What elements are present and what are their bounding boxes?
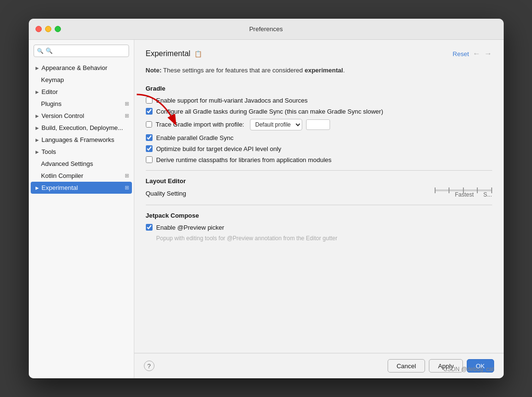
- quality-slider-track: [435, 189, 492, 191]
- close-button[interactable]: [35, 26, 42, 32]
- sidebar: 🔍 ▶ Appearance & Behavior Keymap ▶ Edito…: [29, 40, 134, 378]
- checkbox-row-configure-all: Configure all Gradle tasks during Gradle…: [146, 108, 492, 115]
- derive-runtime-checkbox[interactable]: [146, 156, 153, 163]
- gradle-section-title: Gradle: [146, 85, 492, 92]
- help-button[interactable]: ?: [144, 361, 154, 371]
- panel-header: Experimental 📋 Reset ← →: [146, 49, 492, 58]
- badge-icon: ⊞: [125, 113, 129, 119]
- trace-import-checkbox[interactable]: [146, 121, 152, 128]
- maximize-button[interactable]: [55, 26, 61, 32]
- slider-ticks: [435, 187, 492, 193]
- sidebar-item-label: Keymap: [41, 76, 64, 83]
- chevron-icon: ▶: [35, 66, 39, 70]
- multi-variant-checkbox[interactable]: [146, 97, 153, 104]
- layout-editor-section-title: Layout Editor: [146, 177, 492, 185]
- sidebar-item-label: Plugins: [41, 100, 62, 107]
- preview-picker-description: Popup with editing tools for @Preview an…: [156, 235, 492, 242]
- note-content: These settings are for features that are…: [163, 67, 303, 74]
- panel-title-text: Experimental: [146, 49, 190, 58]
- parallel-sync-label[interactable]: Enable parallel Gradle Sync: [156, 134, 234, 141]
- chevron-icon: ▶: [35, 126, 39, 130]
- divider-layout-jetpack: [146, 205, 492, 205]
- search-icon: 🔍: [37, 48, 44, 54]
- badge-icon: ⊞: [125, 173, 129, 179]
- panel-title-icon: 📋: [194, 50, 202, 58]
- chevron-icon: ▶: [35, 138, 39, 142]
- quality-row: Quality Setting: [146, 189, 492, 198]
- minimize-button[interactable]: [45, 26, 51, 32]
- tick-1: [435, 187, 436, 193]
- configure-all-checkbox[interactable]: [146, 108, 153, 115]
- badge-icon: ⊞: [125, 101, 129, 107]
- sidebar-item-kotlin[interactable]: Kotlin Compiler ⊞: [29, 170, 134, 182]
- sidebar-item-label: Version Control: [42, 112, 84, 119]
- configure-all-label[interactable]: Configure all Gradle tasks during Gradle…: [156, 108, 383, 115]
- divider-gradle-layout: [146, 170, 492, 171]
- sidebar-item-languages[interactable]: ▶ Languages & Frameworks: [29, 134, 134, 146]
- sidebar-item-label: Languages & Frameworks: [42, 136, 115, 143]
- profile-select[interactable]: Default profile: [250, 119, 302, 130]
- sidebar-item-label: Experimental: [42, 184, 78, 191]
- traffic-lights: [35, 26, 61, 32]
- sidebar-item-version-control[interactable]: ▶ Version Control ⊞: [29, 110, 134, 122]
- tick-2: [449, 187, 449, 193]
- chevron-icon: ▶: [35, 90, 39, 94]
- reset-button[interactable]: Reset: [453, 50, 469, 58]
- multi-variant-label[interactable]: Enable support for multi-variant Javadoc…: [156, 97, 308, 104]
- sidebar-item-label: Build, Execution, Deployme...: [42, 124, 123, 131]
- sidebar-item-appearance[interactable]: ▶ Appearance & Behavior: [29, 62, 134, 74]
- sidebar-item-advanced[interactable]: Advanced Settings: [29, 158, 134, 170]
- content-area: 🔍 ▶ Appearance & Behavior Keymap ▶ Edito…: [29, 40, 504, 378]
- chevron-icon: ▶: [35, 114, 39, 118]
- preview-picker-label[interactable]: Enable @Preview picker: [156, 224, 225, 231]
- chevron-icon: ▶: [35, 150, 39, 154]
- sidebar-item-label: Editor: [42, 88, 58, 95]
- preview-picker-checkbox[interactable]: [146, 224, 153, 231]
- trace-import-label[interactable]: Trace Gradle import with profile:: [156, 121, 244, 128]
- sidebar-item-label: Advanced Settings: [41, 160, 93, 167]
- search-input[interactable]: [34, 45, 129, 57]
- sidebar-item-label: Tools: [42, 148, 56, 155]
- checkbox-row-derive-runtime: Derive runtime classpaths for libraries …: [146, 156, 492, 163]
- quality-label: Quality Setting: [146, 190, 187, 197]
- forward-arrow-icon[interactable]: →: [485, 49, 492, 58]
- watermark: CSDN @debug_cat: [443, 366, 494, 373]
- main-panel: Experimental 📋 Reset ← → Note: These set…: [134, 40, 504, 378]
- trace-row: Trace Gradle import with profile: Defaul…: [146, 119, 492, 130]
- jetpack-compose-section-title: Jetpack Compose: [146, 212, 492, 219]
- slider-container: Fastest S...: [396, 189, 492, 198]
- checkbox-row-preview-picker: Enable @Preview picker: [146, 224, 492, 231]
- sidebar-item-label: Appearance & Behavior: [42, 64, 107, 71]
- profile-extra-input[interactable]: [306, 119, 330, 130]
- sidebar-item-label: Kotlin Compiler: [41, 172, 83, 179]
- sidebar-item-editor[interactable]: ▶ Editor: [29, 86, 134, 98]
- tick-4: [477, 187, 478, 193]
- parallel-sync-checkbox[interactable]: [146, 134, 153, 141]
- main-content: Experimental 📋 Reset ← → Note: These set…: [134, 40, 504, 353]
- window-title: Preferences: [249, 25, 283, 33]
- optimize-build-checkbox[interactable]: [146, 145, 153, 152]
- note-bold: experimental: [305, 67, 343, 74]
- panel-title: Experimental 📋: [146, 49, 202, 58]
- panel-nav: Reset ← →: [453, 49, 492, 58]
- sidebar-item-experimental[interactable]: ▶ Experimental ⊞: [31, 182, 132, 194]
- back-arrow-icon[interactable]: ←: [473, 49, 481, 58]
- tick-3: [463, 187, 464, 193]
- checkbox-row-optimize-build: Optimize build for target device API lev…: [146, 145, 492, 152]
- search-box[interactable]: 🔍: [34, 45, 129, 57]
- cancel-button[interactable]: Cancel: [388, 359, 425, 373]
- derive-runtime-label[interactable]: Derive runtime classpaths for libraries …: [156, 156, 332, 163]
- optimize-build-label[interactable]: Optimize build for target device API lev…: [156, 145, 282, 152]
- sidebar-item-plugins[interactable]: Plugins ⊞: [29, 98, 134, 110]
- chevron-icon: ▶: [35, 186, 39, 190]
- checkbox-row-parallel-sync: Enable parallel Gradle Sync: [146, 134, 492, 141]
- titlebar: Preferences: [29, 19, 504, 40]
- sidebar-item-keymap[interactable]: Keymap: [29, 74, 134, 86]
- note-text: Note: These settings are for features th…: [146, 66, 492, 75]
- sidebar-item-build[interactable]: ▶ Build, Execution, Deployme...: [29, 122, 134, 134]
- sidebar-item-tools[interactable]: ▶ Tools: [29, 146, 134, 158]
- checkbox-row-multi-variant: Enable support for multi-variant Javadoc…: [146, 97, 492, 104]
- tick-5: [491, 187, 492, 193]
- badge-icon: ⊞: [125, 185, 129, 191]
